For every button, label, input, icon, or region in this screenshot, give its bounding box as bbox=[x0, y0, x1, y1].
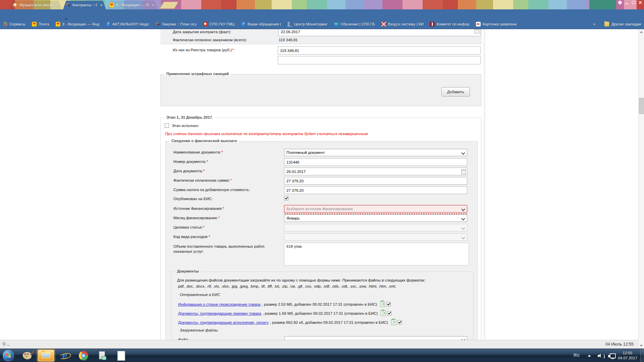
tab-close-icon[interactable]: × bbox=[99, 3, 103, 8]
tab-yandex-mail[interactable]: 6 - Входящие — Яндекс × bbox=[107, 1, 158, 9]
other-bookmarks-button[interactable]: Другие закладки bbox=[604, 19, 641, 29]
tab-close-icon[interactable]: × bbox=[55, 3, 59, 8]
published-eis-checkbox[interactable] bbox=[284, 196, 288, 200]
add-penalty-button[interactable]: Добавить bbox=[441, 87, 470, 97]
field-label: Целевая статья:* bbox=[173, 225, 205, 229]
delete-file-icon[interactable] bbox=[381, 310, 386, 316]
question-icon bbox=[241, 22, 246, 26]
goods-volume-textarea[interactable]: 618 упак bbox=[284, 243, 469, 265]
bookmarks-overflow-icon[interactable]: » bbox=[593, 21, 595, 26]
bookmark-committee[interactable]: Комитет по инфор bbox=[430, 22, 470, 26]
paid-amount-input[interactable]: 27 379,20 bbox=[284, 177, 467, 185]
taskbar-paint-button[interactable] bbox=[19, 350, 36, 362]
page-status-bar: © ... 04 Июль 12:55 bbox=[0, 340, 638, 349]
file-row: Документы, подтверждающие приемку товара… bbox=[178, 310, 391, 316]
fieldset-legend: Этап 1, 31 Декабрь 2017. bbox=[165, 115, 215, 119]
file-link[interactable]: Документы, подтверждающие исполнение, оп… bbox=[178, 320, 269, 324]
registry-amount-input[interactable]: 119 349,81 bbox=[278, 46, 481, 55]
empty-input[interactable] bbox=[278, 56, 481, 64]
calendar-icon[interactable] bbox=[475, 29, 479, 34]
internet-explorer-icon: e bbox=[60, 351, 70, 360]
bookmark-inbox[interactable]: 3 - Входящие — Янд bbox=[56, 22, 99, 26]
calendar-icon[interactable] bbox=[461, 169, 466, 174]
taskbar-chrome-button[interactable] bbox=[75, 350, 92, 362]
tab-music[interactable]: Музыка всех жанров: ра × bbox=[10, 1, 62, 9]
file-select[interactable] bbox=[284, 336, 467, 340]
scroll-up-icon[interactable] bbox=[640, 31, 643, 33]
tab-contracts-active[interactable]: Контракты :: Сведения × bbox=[63, 1, 106, 9]
tray-expand-icon[interactable] bbox=[588, 355, 591, 357]
scrollbar[interactable] bbox=[638, 29, 644, 349]
bookmark-actual[interactable]: АКТУАЛЬНО!!! Недо bbox=[106, 22, 149, 26]
delete-file-icon[interactable] bbox=[391, 319, 396, 325]
bar-chart-icon bbox=[287, 22, 292, 26]
file-link[interactable]: Информация о стране происхождения товара bbox=[178, 302, 261, 306]
close-button[interactable] bbox=[639, 1, 642, 4]
gavel-icon bbox=[66, 3, 70, 7]
scrollbar-thumb[interactable] bbox=[639, 98, 644, 114]
stage-fieldset: Этап 1, 31 Декабрь 2017. Этап исполнен П… bbox=[160, 118, 481, 340]
chevron-down-icon bbox=[461, 338, 465, 340]
scroll-down-icon[interactable] bbox=[640, 345, 643, 347]
funding-source-select[interactable]: Выберите источник Финансирования bbox=[284, 205, 467, 213]
show-desktop-button[interactable] bbox=[640, 349, 644, 362]
bookmark-gmc[interactable]: СПб ГКУ ГМЦ bbox=[203, 22, 234, 26]
field-label: Наименование документа:* bbox=[173, 150, 223, 154]
taskbar-fax-button[interactable] bbox=[94, 350, 111, 362]
field-label: Фактически оплаченная сумма:* bbox=[173, 178, 231, 182]
fieldset-legend: Применение штрафных санкций bbox=[165, 72, 230, 76]
bookmark-login[interactable]: Вход в систему | КИ bbox=[381, 22, 424, 26]
language-indicator[interactable]: RU bbox=[574, 353, 579, 362]
apps-grid-icon bbox=[3, 22, 7, 26]
start-button[interactable] bbox=[3, 350, 14, 361]
web-page: Дата закрытия контракта (факт): 22.06.20… bbox=[0, 29, 644, 340]
vat-amount-input[interactable]: 27 379,20 bbox=[284, 186, 467, 194]
bookmark-mail[interactable]: Почта bbox=[32, 22, 49, 26]
bookmark-training[interactable]: Обучение | СПб ГБ bbox=[334, 22, 375, 26]
bookmark-services[interactable]: Сервисы bbox=[3, 22, 25, 26]
document-date-input[interactable]: 26.01.2017 bbox=[284, 168, 467, 175]
field-label: Фактически оплачено заказчиком (всего): bbox=[173, 38, 247, 42]
file-link[interactable]: Документы, подтверждающие приемку товара bbox=[178, 311, 261, 315]
expense-code-select[interactable] bbox=[284, 233, 467, 241]
field-label: Источник Финансирования:* bbox=[173, 206, 224, 210]
file-row: Информация о стране происхождения товара… bbox=[178, 301, 391, 307]
document-number-input[interactable]: 131446 bbox=[284, 158, 467, 166]
taskbar-document-button[interactable] bbox=[113, 350, 129, 362]
maximize-button[interactable] bbox=[632, 1, 635, 4]
sent-eis-header: Отправленные в ЕИС bbox=[180, 293, 220, 297]
bookmark-monitoring[interactable]: Центр Мониторинг bbox=[287, 22, 328, 26]
document-name-select[interactable]: Платежный документ bbox=[284, 149, 467, 156]
bookmark-purchases[interactable]: Закупки :: План осу bbox=[155, 22, 197, 26]
contract-close-date-input[interactable]: 22.06.2017 bbox=[278, 29, 481, 36]
chevron-down-icon bbox=[461, 207, 465, 211]
taskbar-ie-button[interactable]: e bbox=[56, 350, 73, 362]
funding-month-select[interactable]: Январь bbox=[284, 215, 467, 222]
printer-icon bbox=[98, 351, 106, 360]
volume-icon[interactable] bbox=[598, 354, 604, 358]
stage-complete-checkbox[interactable] bbox=[165, 123, 169, 128]
bookmark-card[interactable]: Карточка заявлени bbox=[476, 22, 517, 26]
field-label: Опубликован на ЕИС: bbox=[173, 197, 213, 201]
content-divider bbox=[485, 29, 485, 340]
taskbar-clock[interactable]: 12:55 04.07.2017 bbox=[616, 351, 639, 361]
sent-checkbox[interactable] bbox=[386, 302, 391, 306]
stage-warning-text: При снятии данного признака исполнение п… bbox=[165, 132, 368, 136]
payment-fieldset: Сведения о фактической выплате Наименова… bbox=[165, 141, 478, 340]
bookmark-appeals[interactable]: Ваши обращения | bbox=[241, 22, 281, 26]
delete-file-icon[interactable] bbox=[380, 301, 385, 307]
minimize-button[interactable] bbox=[625, 1, 629, 4]
red-app-icon bbox=[381, 22, 386, 26]
profile-icon[interactable] bbox=[618, 1, 622, 4]
paid-total-value: 119 349,81 bbox=[279, 38, 298, 42]
field-label: Месяц финансирования:* bbox=[173, 216, 220, 220]
new-tab-button[interactable] bbox=[159, 2, 178, 9]
network-icon[interactable] bbox=[610, 353, 616, 358]
sent-checkbox[interactable] bbox=[387, 311, 391, 315]
chrome-icon bbox=[79, 351, 88, 360]
documents-fieldset: Документы Для размещения файлов документ… bbox=[171, 272, 474, 340]
sent-checkbox[interactable] bbox=[397, 320, 402, 324]
taskbar-explorer-button[interactable] bbox=[38, 350, 54, 362]
tab-close-icon[interactable]: × bbox=[151, 3, 155, 8]
target-article-select[interactable] bbox=[284, 224, 467, 231]
